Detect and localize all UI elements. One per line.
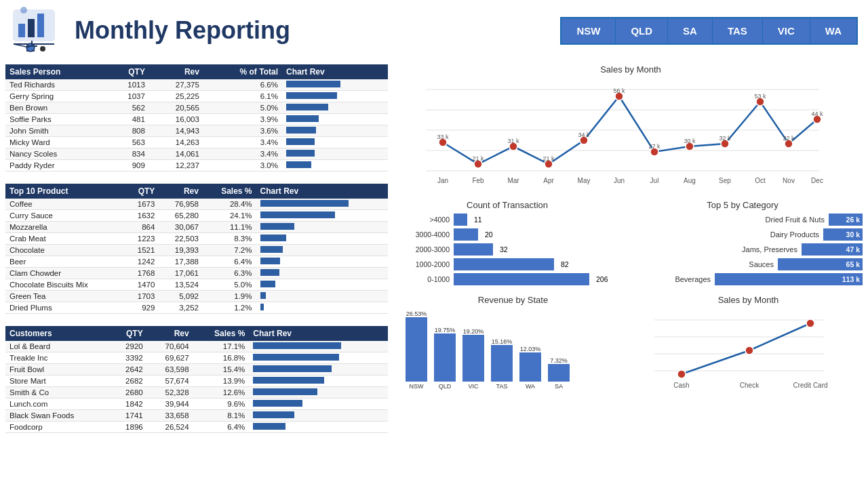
- sales-by-month-chart: Sales by Month: [399, 64, 863, 197]
- col-chart-rev3: Chart Rev: [249, 326, 388, 341]
- cell-pct: 3.4%: [203, 148, 282, 160]
- bottom-charts: Count of Transaction >4000 11 3000-4000 …: [399, 200, 863, 288]
- cell-chart: [249, 375, 388, 387]
- cell-rev: 33,658: [147, 410, 193, 422]
- cell-chart: [256, 302, 389, 314]
- col-product: Top 10 Product: [5, 184, 124, 199]
- cell-pct: 6.4%: [193, 422, 250, 433]
- cell-qty: 909: [106, 160, 149, 171]
- cell-product: Curry Sauce: [5, 210, 124, 222]
- table-row: Soffie Parks 481 16,003 3.9%: [5, 114, 388, 125]
- cell-qty: 1768: [124, 268, 159, 279]
- cell-chart: [249, 422, 388, 433]
- cell-customer: Foodcorp: [5, 422, 111, 433]
- top5-bar-jams: 47 k: [802, 243, 863, 256]
- cell-qty: 1673: [124, 199, 159, 210]
- cell-product: Coffee: [5, 199, 124, 210]
- state-tab-wa[interactable]: WA: [810, 18, 856, 43]
- count-val-3000: 20: [485, 230, 493, 239]
- cell-rev: 14,061: [149, 148, 203, 160]
- cell-pct: 28.4%: [203, 199, 256, 210]
- count-val-2000: 32: [500, 245, 508, 253]
- cell-qty: 1703: [124, 291, 159, 302]
- cell-product: Green Tea: [5, 291, 124, 302]
- state-tab-nsw[interactable]: NSW: [561, 18, 616, 43]
- cell-chart: [282, 91, 388, 102]
- svg-text:33 k: 33 k: [437, 134, 449, 140]
- rev-bar-qld: 19.75% QLD: [434, 327, 456, 390]
- svg-text:32 k: 32 k: [783, 135, 795, 142]
- table-row: Green Tea 1703 5,092 1.9%: [5, 291, 388, 302]
- cell-name: John Smith: [5, 125, 106, 137]
- rev-bar-tas: 15.16% TAS: [491, 338, 513, 390]
- cell-pct: 24.1%: [203, 210, 256, 222]
- table-row: Crab Meat 1223 22,503 8.3%: [5, 233, 388, 245]
- svg-rect-3: [37, 14, 44, 37]
- state-tab-tas[interactable]: TAS: [713, 18, 763, 43]
- table-row: Nancy Scoles 834 14,061 3.4%: [5, 148, 388, 160]
- table-row: Mozzarella 864 30,067 11.1%: [5, 222, 388, 233]
- table-row: Gerry Spring 1037 25,225 6.1%: [5, 91, 388, 102]
- table-row: Clam Chowder 1768 17,061 6.3%: [5, 268, 388, 279]
- cell-chart: [282, 114, 388, 125]
- cell-rev: 25,225: [149, 91, 203, 102]
- svg-text:21 k: 21 k: [472, 155, 484, 162]
- cell-rev: 65,280: [159, 210, 203, 222]
- cell-rev: 5,092: [159, 291, 203, 302]
- svg-text:May: May: [578, 177, 591, 184]
- cell-name: Paddy Ryder: [5, 160, 106, 171]
- cell-rev: 14,263: [149, 137, 203, 148]
- svg-text:Oct: Oct: [755, 177, 766, 184]
- cell-rev: 39,944: [147, 399, 193, 410]
- count-bar-0: [454, 273, 589, 285]
- cell-name: Micky Ward: [5, 137, 106, 148]
- state-tab-qld[interactable]: QLD: [616, 18, 668, 43]
- cell-chart: [282, 137, 388, 148]
- cell-qty: 1842: [111, 399, 147, 410]
- cell-chart: [282, 79, 388, 91]
- count-row-0: 0-1000 206: [402, 273, 616, 285]
- top5-row-jams: Jams, Preserves 47 k: [623, 243, 863, 256]
- cell-customer: Lol & Beard: [5, 341, 111, 352]
- cell-chart: [256, 199, 389, 210]
- svg-text:Sep: Sep: [719, 177, 731, 184]
- small-point-creditcard: [806, 319, 814, 327]
- top5-label-driedfruits: Dried Fruit & Nuts: [736, 216, 825, 224]
- col-rev3: Rev: [147, 326, 193, 341]
- sales-person-table: Sales Person QTY Rev % of Total Chart Re…: [5, 64, 388, 171]
- cell-rev: 20,565: [149, 102, 203, 114]
- cell-product: Clam Chowder: [5, 268, 124, 279]
- svg-text:30 k: 30 k: [684, 138, 696, 144]
- cell-chart: [256, 222, 389, 233]
- rev-bar-wa: 12.03% WA: [519, 346, 541, 390]
- state-tab-vic[interactable]: VIC: [763, 18, 810, 43]
- cell-pct: 8.1%: [193, 410, 250, 422]
- cell-qty: 1896: [111, 422, 147, 433]
- top5-label-dairy: Dairy Products: [731, 230, 819, 239]
- cell-product: Mozzarella: [5, 222, 124, 233]
- cell-qty: 864: [124, 222, 159, 233]
- cell-qty: 2920: [111, 341, 147, 352]
- count-label-2000: 2000-3000: [402, 245, 450, 253]
- count-label-0: 0-1000: [402, 275, 450, 283]
- svg-text:53 k: 53 k: [754, 93, 766, 100]
- table-row: Paddy Ryder 909 12,237 3.0%: [5, 160, 388, 171]
- count-transaction-section: Count of Transaction >4000 11 3000-4000 …: [399, 200, 616, 288]
- top5-row-dairy: Dairy Products 30 k: [623, 228, 863, 241]
- cell-chart: [256, 291, 389, 302]
- cell-rev: 13,524: [159, 279, 203, 291]
- sales-by-month-svg: 33 k 21 k 31 k 21 k 34 k 56 k 27 k 30 k …: [399, 76, 833, 195]
- state-tab-sa[interactable]: SA: [668, 18, 713, 43]
- cell-pct: 3.0%: [203, 160, 282, 171]
- small-point-cash: [677, 370, 686, 378]
- cell-rev: 22,503: [159, 233, 203, 245]
- svg-text:Cash: Cash: [673, 382, 689, 389]
- col-qty3: QTY: [111, 326, 147, 341]
- col-rev: Rev: [149, 64, 203, 79]
- table-row: Beer 1242 17,388 6.4%: [5, 256, 388, 268]
- cell-chart: [256, 245, 389, 256]
- cell-name: Soffie Parks: [5, 114, 106, 125]
- cell-pct: 3.9%: [203, 114, 282, 125]
- svg-point-4: [20, 7, 27, 14]
- cell-qty: 834: [106, 148, 149, 160]
